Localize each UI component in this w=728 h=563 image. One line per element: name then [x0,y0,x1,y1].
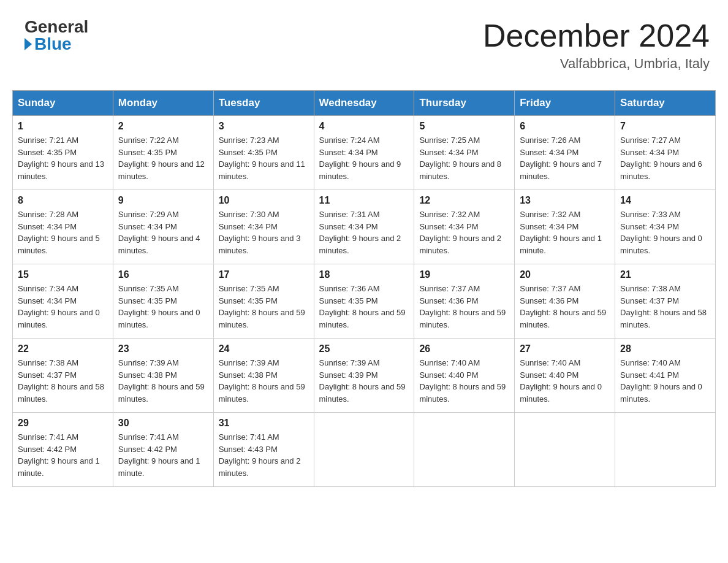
logo-arrow-icon [25,38,32,50]
page-header: General Blue December 2024 Valfabbrica, … [12,12,716,78]
day-info: Sunrise: 7:41 AM Sunset: 4:43 PM Dayligh… [219,431,309,479]
day-number: 6 [520,121,610,132]
day-info: Sunrise: 7:26 AM Sunset: 4:34 PM Dayligh… [520,134,610,182]
month-title: December 2024 [483,18,710,53]
calendar-week-row: 1 Sunrise: 7:21 AM Sunset: 4:35 PM Dayli… [13,116,716,190]
calendar-week-row: 22 Sunrise: 7:38 AM Sunset: 4:37 PM Dayl… [13,339,716,413]
weekday-header-friday: Friday [515,91,615,116]
day-number: 27 [520,343,610,354]
weekday-header-monday: Monday [113,91,213,116]
day-info: Sunrise: 7:34 AM Sunset: 4:34 PM Dayligh… [18,283,108,331]
day-info: Sunrise: 7:28 AM Sunset: 4:34 PM Dayligh… [18,209,108,256]
calendar-day-cell: 4 Sunrise: 7:24 AM Sunset: 4:34 PM Dayli… [314,116,414,190]
day-number: 31 [219,418,309,429]
day-number: 19 [419,269,509,280]
calendar-day-cell: 20 Sunrise: 7:37 AM Sunset: 4:36 PM Dayl… [515,264,615,339]
day-number: 13 [520,195,610,206]
day-number: 29 [18,418,108,429]
day-info: Sunrise: 7:37 AM Sunset: 4:36 PM Dayligh… [419,283,509,331]
day-info: Sunrise: 7:27 AM Sunset: 4:34 PM Dayligh… [620,134,710,182]
day-info: Sunrise: 7:39 AM Sunset: 4:38 PM Dayligh… [118,357,208,405]
calendar-day-cell: 31 Sunrise: 7:41 AM Sunset: 4:43 PM Dayl… [213,413,314,487]
calendar-day-cell: 3 Sunrise: 7:23 AM Sunset: 4:35 PM Dayli… [213,116,314,190]
calendar-header: SundayMondayTuesdayWednesdayThursdayFrid… [13,91,716,116]
day-info: Sunrise: 7:39 AM Sunset: 4:38 PM Dayligh… [219,357,309,405]
weekday-header-wednesday: Wednesday [314,91,414,116]
day-number: 14 [620,195,710,206]
day-number: 25 [319,343,409,354]
day-info: Sunrise: 7:37 AM Sunset: 4:36 PM Dayligh… [520,283,610,331]
day-info: Sunrise: 7:22 AM Sunset: 4:35 PM Dayligh… [118,134,208,182]
calendar-day-cell: 21 Sunrise: 7:38 AM Sunset: 4:37 PM Dayl… [615,264,716,339]
calendar-day-cell [515,413,615,487]
day-info: Sunrise: 7:40 AM Sunset: 4:41 PM Dayligh… [620,357,710,405]
day-info: Sunrise: 7:40 AM Sunset: 4:40 PM Dayligh… [419,357,509,405]
calendar-day-cell: 9 Sunrise: 7:29 AM Sunset: 4:34 PM Dayli… [113,190,213,264]
weekday-header-row: SundayMondayTuesdayWednesdayThursdayFrid… [13,91,716,116]
calendar-week-row: 8 Sunrise: 7:28 AM Sunset: 4:34 PM Dayli… [13,190,716,264]
day-info: Sunrise: 7:39 AM Sunset: 4:39 PM Dayligh… [319,357,409,405]
day-number: 16 [118,269,208,280]
day-number: 20 [520,269,610,280]
calendar-day-cell: 29 Sunrise: 7:41 AM Sunset: 4:42 PM Dayl… [13,413,113,487]
day-info: Sunrise: 7:35 AM Sunset: 4:35 PM Dayligh… [118,283,208,331]
calendar-day-cell: 27 Sunrise: 7:40 AM Sunset: 4:40 PM Dayl… [515,339,615,413]
calendar-day-cell: 2 Sunrise: 7:22 AM Sunset: 4:35 PM Dayli… [113,116,213,190]
day-number: 8 [18,195,108,206]
day-info: Sunrise: 7:40 AM Sunset: 4:40 PM Dayligh… [520,357,610,405]
day-number: 12 [419,195,509,206]
day-number: 23 [118,343,208,354]
day-info: Sunrise: 7:24 AM Sunset: 4:34 PM Dayligh… [319,134,409,182]
day-info: Sunrise: 7:23 AM Sunset: 4:35 PM Dayligh… [219,134,309,182]
calendar-day-cell: 17 Sunrise: 7:35 AM Sunset: 4:35 PM Dayl… [213,264,314,339]
calendar-day-cell: 8 Sunrise: 7:28 AM Sunset: 4:34 PM Dayli… [13,190,113,264]
calendar-day-cell: 7 Sunrise: 7:27 AM Sunset: 4:34 PM Dayli… [615,116,716,190]
weekday-header-sunday: Sunday [13,91,113,116]
calendar-day-cell: 10 Sunrise: 7:30 AM Sunset: 4:34 PM Dayl… [213,190,314,264]
day-info: Sunrise: 7:21 AM Sunset: 4:35 PM Dayligh… [18,134,108,182]
day-info: Sunrise: 7:33 AM Sunset: 4:34 PM Dayligh… [620,209,710,256]
calendar-day-cell: 11 Sunrise: 7:31 AM Sunset: 4:34 PM Dayl… [314,190,414,264]
day-info: Sunrise: 7:32 AM Sunset: 4:34 PM Dayligh… [520,209,610,256]
day-info: Sunrise: 7:29 AM Sunset: 4:34 PM Dayligh… [118,209,208,256]
logo: General Blue [25,18,88,53]
day-number: 15 [18,269,108,280]
day-number: 9 [118,195,208,206]
day-number: 17 [219,269,309,280]
calendar-day-cell [615,413,716,487]
calendar-day-cell: 15 Sunrise: 7:34 AM Sunset: 4:34 PM Dayl… [13,264,113,339]
calendar-day-cell: 19 Sunrise: 7:37 AM Sunset: 4:36 PM Dayl… [414,264,515,339]
day-number: 22 [18,343,108,354]
day-number: 10 [219,195,309,206]
day-number: 5 [419,121,509,132]
weekday-header-thursday: Thursday [414,91,515,116]
day-number: 24 [219,343,309,354]
day-number: 4 [319,121,409,132]
calendar-day-cell [314,413,414,487]
calendar-day-cell: 30 Sunrise: 7:41 AM Sunset: 4:42 PM Dayl… [113,413,213,487]
calendar-day-cell: 6 Sunrise: 7:26 AM Sunset: 4:34 PM Dayli… [515,116,615,190]
calendar-day-cell [414,413,515,487]
day-info: Sunrise: 7:38 AM Sunset: 4:37 PM Dayligh… [620,283,710,331]
day-info: Sunrise: 7:36 AM Sunset: 4:35 PM Dayligh… [319,283,409,331]
day-info: Sunrise: 7:31 AM Sunset: 4:34 PM Dayligh… [319,209,409,256]
day-number: 7 [620,121,710,132]
day-info: Sunrise: 7:32 AM Sunset: 4:34 PM Dayligh… [419,209,509,256]
calendar-day-cell: 22 Sunrise: 7:38 AM Sunset: 4:37 PM Dayl… [13,339,113,413]
calendar-day-cell: 16 Sunrise: 7:35 AM Sunset: 4:35 PM Dayl… [113,264,213,339]
calendar-day-cell: 5 Sunrise: 7:25 AM Sunset: 4:34 PM Dayli… [414,116,515,190]
day-number: 1 [18,121,108,132]
calendar-day-cell: 13 Sunrise: 7:32 AM Sunset: 4:34 PM Dayl… [515,190,615,264]
weekday-header-tuesday: Tuesday [213,91,314,116]
calendar-body: 1 Sunrise: 7:21 AM Sunset: 4:35 PM Dayli… [13,116,716,487]
calendar-day-cell: 12 Sunrise: 7:32 AM Sunset: 4:34 PM Dayl… [414,190,515,264]
calendar-week-row: 15 Sunrise: 7:34 AM Sunset: 4:34 PM Dayl… [13,264,716,339]
day-number: 3 [219,121,309,132]
day-number: 2 [118,121,208,132]
calendar-day-cell: 23 Sunrise: 7:39 AM Sunset: 4:38 PM Dayl… [113,339,213,413]
weekday-header-saturday: Saturday [615,91,716,116]
day-number: 21 [620,269,710,280]
logo-blue-text: Blue [25,36,72,53]
calendar-day-cell: 18 Sunrise: 7:36 AM Sunset: 4:35 PM Dayl… [314,264,414,339]
calendar-day-cell: 24 Sunrise: 7:39 AM Sunset: 4:38 PM Dayl… [213,339,314,413]
